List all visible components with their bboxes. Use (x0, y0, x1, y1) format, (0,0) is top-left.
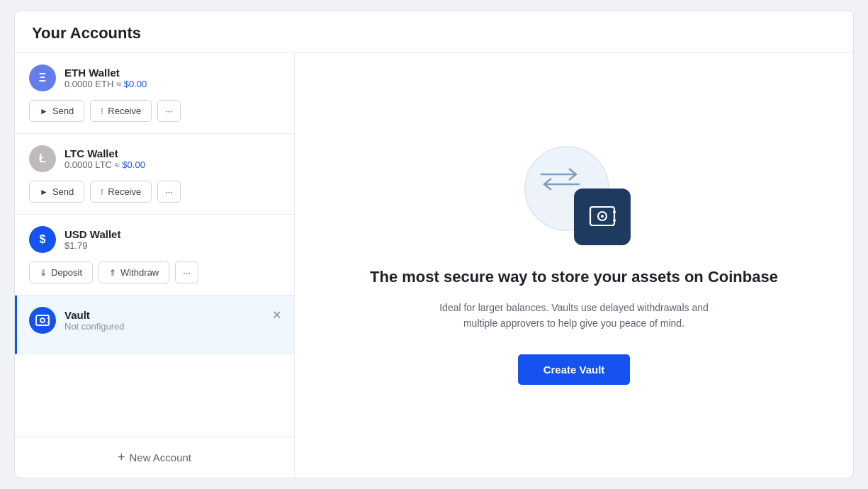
vault-status: Not configured (64, 321, 125, 332)
eth-buttons: ► Send ⁝ Receive ··· (29, 100, 280, 122)
eth-wallet-balance: 0.0000 ETH ≈ $0.00 (64, 79, 147, 89)
usd-wallet-balance: $1.79 (64, 240, 120, 251)
account-info-ltc: Ł LTC Wallet 0.0000 LTC ≈ $0.00 (29, 145, 280, 172)
receive-icon: ⁝ (101, 106, 103, 116)
account-info-usd: $ USD Wallet $1.79 (29, 226, 280, 253)
svg-point-1 (40, 318, 45, 322)
ltc-more-label: ··· (165, 186, 173, 197)
vault-info: Vault Not configured (29, 307, 280, 334)
usd-more-button[interactable]: ··· (175, 262, 198, 283)
usd-more-label: ··· (183, 267, 191, 278)
ltc-wallet-balance: 0.0000 LTC ≈ $0.00 (64, 159, 145, 170)
ltc-send-icon: ► (40, 187, 48, 197)
left-panel: Ξ ETH Wallet 0.0000 ETH ≈ $0.00 ► (15, 53, 295, 478)
usd-icon: $ (29, 226, 56, 253)
create-vault-button[interactable]: Create Vault (518, 354, 631, 385)
account-info-eth: Ξ ETH Wallet 0.0000 ETH ≈ $0.00 (29, 64, 280, 91)
vault-name: Vault (64, 309, 125, 321)
ltc-buttons: ► Send ⁝ Receive ··· (29, 181, 280, 203)
usd-withdraw-label: Withdraw (120, 267, 159, 278)
eth-details: ETH Wallet 0.0000 ETH ≈ $0.00 (64, 67, 147, 89)
accounts-list: Ξ ETH Wallet 0.0000 ETH ≈ $0.00 ► (15, 53, 294, 437)
new-account-button[interactable]: + New Account (15, 437, 294, 478)
eth-more-button[interactable]: ··· (157, 100, 181, 122)
account-item-ltc: Ł LTC Wallet 0.0000 LTC ≈ $0.00 ► (15, 134, 294, 215)
account-item-vault: ✕ Vault Not configured (15, 296, 294, 354)
withdraw-icon: ⇑ (109, 268, 116, 278)
send-icon: ► (40, 106, 48, 116)
account-item-usd: $ USD Wallet $1.79 ⇓ Deposit (15, 215, 294, 296)
ltc-wallet-name: LTC Wallet (64, 147, 145, 159)
eth-wallet-name: ETH Wallet (64, 67, 147, 79)
eth-receive-button[interactable]: ⁝ Receive (90, 100, 152, 122)
ltc-send-button[interactable]: ► Send (29, 181, 84, 203)
vault-icon (29, 307, 56, 334)
plus-icon: + (118, 450, 125, 465)
promo-description: Ideal for larger balances. Vaults use de… (425, 300, 723, 332)
account-item-eth: Ξ ETH Wallet 0.0000 ETH ≈ $0.00 ► (15, 53, 294, 134)
svg-rect-0 (36, 315, 49, 325)
usd-withdraw-button[interactable]: ⇑ Withdraw (98, 262, 169, 283)
ltc-receive-icon: ⁝ (101, 187, 103, 197)
eth-icon: Ξ (29, 64, 56, 91)
ltc-send-label: Send (52, 186, 74, 197)
vault-close-button[interactable]: ✕ (271, 307, 283, 323)
page-title: Your Accounts (32, 24, 141, 42)
usd-details: USD Wallet $1.79 (64, 228, 120, 251)
ltc-icon: Ł (29, 145, 56, 172)
vault-details: Vault Not configured (64, 309, 125, 332)
ltc-more-button[interactable]: ··· (157, 181, 181, 203)
eth-more-label: ··· (165, 106, 173, 116)
eth-receive-label: Receive (108, 106, 141, 116)
ltc-details: LTC Wallet 0.0000 LTC ≈ $0.00 (64, 147, 145, 170)
card-header: Your Accounts (15, 11, 853, 53)
vault-box-graphic (574, 189, 631, 245)
svg-point-8 (601, 215, 604, 218)
new-account-label: New Account (129, 451, 191, 463)
usd-wallet-name: USD Wallet (64, 228, 120, 240)
ltc-receive-label: Receive (108, 186, 141, 197)
create-vault-label: Create Vault (543, 364, 605, 376)
ltc-receive-button[interactable]: ⁝ Receive (90, 181, 152, 203)
usd-deposit-button[interactable]: ⇓ Deposit (29, 262, 93, 283)
right-panel: The most secure way to store your assets… (295, 53, 853, 478)
main-card: Your Accounts Ξ ETH Wallet 0.0000 ETH ≈ … (14, 11, 854, 478)
vault-graphic (517, 146, 631, 245)
eth-send-button[interactable]: ► Send (29, 100, 84, 122)
card-body: Ξ ETH Wallet 0.0000 ETH ≈ $0.00 ► (15, 53, 853, 478)
deposit-icon: ⇓ (40, 268, 47, 278)
promo-title: The most secure way to store your assets… (370, 266, 778, 288)
usd-deposit-label: Deposit (51, 267, 82, 278)
eth-send-label: Send (52, 106, 74, 116)
usd-buttons: ⇓ Deposit ⇑ Withdraw ··· (29, 262, 280, 283)
